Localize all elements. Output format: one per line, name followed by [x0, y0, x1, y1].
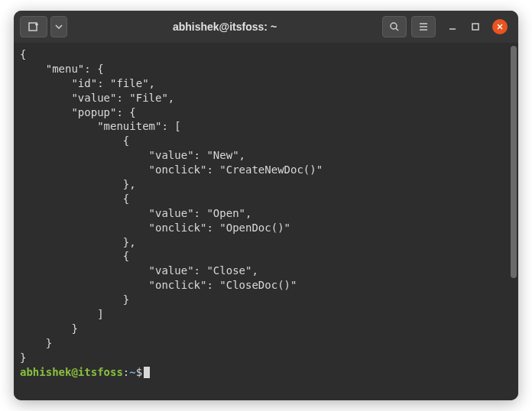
prompt-path: ~	[129, 366, 135, 378]
hamburger-icon	[418, 22, 429, 31]
svg-rect-9	[472, 24, 478, 30]
search-icon	[389, 21, 400, 32]
prompt-user: abhishek@itsfoss	[20, 366, 123, 378]
svg-line-4	[396, 28, 398, 31]
menu-button[interactable]	[411, 16, 436, 37]
titlebar: abhishek@itsfoss: ~	[14, 11, 518, 43]
close-icon	[497, 24, 503, 30]
new-tab-icon	[28, 21, 40, 32]
terminal-body[interactable]: { "menu": { "id": "file", "value": "File…	[14, 43, 518, 400]
close-button[interactable]	[492, 19, 508, 34]
svg-point-3	[391, 23, 397, 29]
terminal-content: { "menu": { "id": "file", "value": "File…	[20, 47, 512, 379]
new-tab-button[interactable]	[20, 16, 47, 37]
scrollbar[interactable]	[511, 46, 517, 278]
window-title: abhishek@itsfoss: ~	[72, 21, 378, 33]
minimize-button[interactable]	[446, 21, 459, 33]
prompt-dollar: $	[136, 366, 142, 378]
window-controls	[446, 19, 508, 34]
search-button[interactable]	[382, 16, 407, 37]
maximize-icon	[472, 23, 479, 31]
terminal-window: abhishek@itsfoss: ~	[14, 11, 518, 400]
titlebar-right	[382, 16, 512, 37]
tab-dropdown-button[interactable]	[50, 16, 67, 37]
chevron-down-icon	[55, 24, 63, 29]
maximize-button[interactable]	[469, 21, 482, 33]
minimize-icon	[449, 23, 456, 31]
titlebar-left	[20, 16, 67, 37]
cursor	[144, 367, 150, 378]
terminal-output: { "menu": { "id": "file", "value": "File…	[20, 48, 323, 364]
